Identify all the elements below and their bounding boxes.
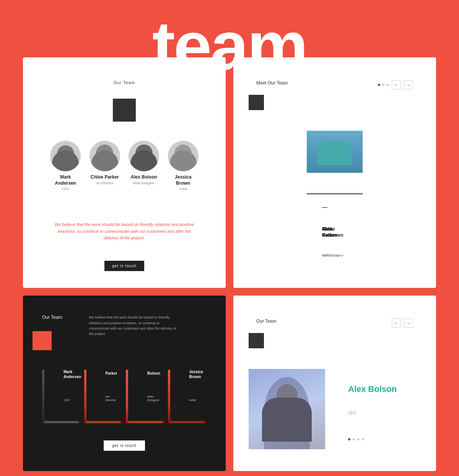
card1-member2-role: Art Director bbox=[90, 181, 120, 185]
card2-member1-info: Mark Andersen CEO bbox=[44, 370, 81, 421]
card3-member3-role: Web Designer bbox=[314, 246, 355, 265]
card2-member4-info: Jessica Brown Artist bbox=[170, 370, 207, 421]
card2-member-3: Alex Bolson Web Designer bbox=[126, 370, 165, 423]
card4-title-underline bbox=[249, 333, 264, 348]
card3-members-list: — Mark Andersen CEO — Chloe Parker Art D… bbox=[241, 186, 428, 280]
card1-member-1: Mark Andersen CEO bbox=[50, 141, 81, 191]
card1-member2-name: Chloe Parker bbox=[90, 174, 120, 180]
card2-section-title: Our Team bbox=[33, 305, 72, 330]
card4-section-title: Our Team bbox=[249, 311, 284, 331]
photo-alex bbox=[129, 141, 159, 171]
card4-header: Our Team ← → bbox=[241, 303, 428, 356]
card1-member4-name: Jessica Brown bbox=[168, 174, 199, 186]
card3-dots bbox=[378, 84, 389, 86]
card2-member-1: Mark Andersen CEO bbox=[42, 370, 81, 423]
card1-member-2: Chloe Parker Art Director bbox=[90, 141, 120, 191]
card4-content-row: Alex Bolson CEO bbox=[241, 361, 428, 463]
card4-dot-1 bbox=[348, 438, 350, 440]
card4-profile-info: Alex Bolson CEO bbox=[333, 369, 421, 456]
profile-person bbox=[256, 377, 317, 442]
card4-prev-button[interactable]: ← bbox=[392, 318, 401, 328]
card3-next-button[interactable]: → bbox=[404, 80, 413, 89]
card-meet-team: Meet Our Team ← → bbox=[233, 57, 436, 288]
card1-member-4: Jessica Brown Artist bbox=[168, 141, 199, 191]
card1-member3-name: Alex Bolson bbox=[129, 174, 159, 180]
card2-title-block: Our Team bbox=[33, 305, 72, 354]
card2-member1-role: CEO bbox=[54, 389, 81, 411]
card3-header: Meet Our Team ← → bbox=[241, 65, 428, 118]
card3-prev-button[interactable]: ← bbox=[392, 80, 401, 89]
dot-1 bbox=[378, 84, 380, 86]
card4-profile-photo bbox=[249, 369, 325, 449]
dot-2 bbox=[382, 84, 384, 86]
card2-tagline: We believe that the work should be based… bbox=[79, 305, 186, 348]
avatar-alex bbox=[129, 141, 159, 171]
card2-member2-name: Chloe Parker bbox=[96, 370, 123, 385]
photo-alex-card3 bbox=[314, 138, 355, 165]
card4-dot-4 bbox=[362, 438, 364, 440]
card3-title-block: Meet Our Team bbox=[249, 73, 295, 110]
card4-next-button[interactable]: → bbox=[404, 318, 413, 328]
cards-grid: Our Team Mark Andersen CEO bbox=[0, 57, 459, 476]
card1-team-avatars: Mark Andersen CEO Chloe Parker Art Direc… bbox=[34, 129, 214, 202]
card4-dots bbox=[340, 431, 413, 448]
card2-title-underline bbox=[33, 331, 52, 350]
card3-member-3: — Alex Bolson Web Designer bbox=[307, 193, 363, 273]
card1-cta-button[interactable]: get in touch bbox=[104, 261, 144, 271]
card3-member3-name: Alex Bolson bbox=[314, 219, 355, 246]
card1-tagline: We believe that the work should be based… bbox=[42, 210, 207, 253]
card1-title-underline bbox=[113, 99, 136, 122]
card2-member-4: Jessica Brown Artist bbox=[168, 370, 207, 423]
photo-jessica bbox=[168, 141, 199, 171]
avatar-jessica bbox=[168, 141, 199, 171]
card4-dot-3 bbox=[357, 438, 360, 440]
photo-mark bbox=[50, 141, 81, 171]
card3-photo-row bbox=[241, 123, 428, 180]
card4-profile-role: CEO bbox=[340, 403, 413, 423]
card4-nav-controls: ← → bbox=[384, 311, 421, 335]
card1-member1-role: CEO bbox=[50, 187, 81, 191]
photo-chloe bbox=[90, 141, 120, 171]
card1-member3-role: Web Designer bbox=[129, 181, 159, 185]
card2-team-grid: Mark Andersen CEO Chloe Parker Art Direc… bbox=[33, 360, 216, 433]
card2-cta-button[interactable]: get in touch bbox=[104, 440, 145, 451]
avatar-chloe bbox=[90, 141, 120, 171]
dot-3 bbox=[386, 84, 389, 86]
card2-member1-name: Mark Andersen bbox=[54, 370, 81, 389]
card1-member-3: Alex Bolson Web Designer bbox=[129, 141, 159, 191]
card-profile: Our Team ← → Alex Bolson CEO bbox=[233, 296, 436, 471]
card-dark-team: Our Team We believe that the work should… bbox=[23, 296, 226, 471]
card4-title-block: Our Team bbox=[249, 311, 284, 348]
card2-member2-role: Art Director bbox=[96, 385, 123, 411]
card2-member4-name: Jessica Brown bbox=[180, 370, 207, 389]
card3-photo-3 bbox=[307, 131, 363, 173]
card2-member3-role: Web Designer bbox=[138, 385, 165, 411]
card4-dot-2 bbox=[353, 438, 355, 440]
card1-member1-name: Mark Andersen bbox=[50, 174, 81, 186]
card2-member3-name: Alex Bolson bbox=[138, 370, 165, 385]
card2-member-2: Chloe Parker Art Director bbox=[84, 370, 123, 423]
card3-nav-controls: ← → bbox=[370, 73, 421, 97]
avatar-mark bbox=[50, 141, 81, 171]
card2-member2-info: Chloe Parker Art Director bbox=[86, 370, 123, 421]
card2-member3-info: Alex Bolson Web Designer bbox=[128, 370, 165, 421]
card1-section-title: Our Team bbox=[34, 69, 214, 96]
card4-profile-name: Alex Bolson bbox=[340, 377, 413, 402]
card3-section-title: Meet Our Team bbox=[249, 73, 295, 93]
card-light-team: Our Team Mark Andersen CEO bbox=[23, 57, 226, 288]
card3-title-underline bbox=[249, 95, 264, 110]
card1-member4-role: Artist bbox=[168, 187, 199, 191]
card2-member4-role: Artist bbox=[180, 389, 207, 411]
